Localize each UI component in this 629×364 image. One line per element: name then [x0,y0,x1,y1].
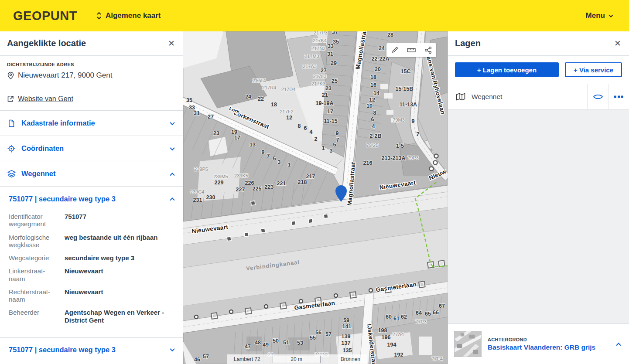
svg-text:64: 64 [416,310,422,316]
scale-bar: 20 m [273,356,321,363]
menu-button[interactable]: Menu [586,11,612,20]
svg-text:229: 229 [215,180,224,186]
svg-text:226: 226 [245,180,254,186]
map-canvas[interactable]: 217P3217K4217N3217M3217A3217L3217K3217T4… [183,31,448,364]
background-layer-row: ACHTERGROND Basiskaart Vlaanderen: GRB g… [448,323,629,364]
measure-tool-button[interactable] [404,43,419,57]
close-icon[interactable]: ✕ [614,39,621,48]
svg-text:49: 49 [263,342,269,348]
svg-text:8: 8 [298,123,301,129]
svg-text:217P3: 217P3 [314,31,328,35]
website-link[interactable]: Website van Gent [0,87,183,111]
layer-more-options-button[interactable] [608,84,629,109]
road-segment-title: 751077 | secundaire weg type 3 [9,195,116,203]
svg-text:48: 48 [255,340,261,346]
svg-text:62: 62 [401,314,407,320]
layer-row-wegennet[interactable]: Wegennet [448,84,629,109]
section-wegennet[interactable]: Wegennet [0,161,183,187]
section-label: Wegennet [21,170,56,178]
svg-text:135: 135 [343,347,352,354]
website-link-label: Website van Gent [18,95,73,103]
svg-text:217F2: 217F2 [280,109,293,114]
layer-name: Wegennet [472,93,502,101]
svg-text:35: 35 [333,39,339,45]
sources-link[interactable]: Bronnen [341,356,360,362]
svg-text:217L3: 217L3 [313,74,327,79]
svg-text:12: 12 [286,115,292,121]
svg-text:225: 225 [253,186,262,192]
svg-text:77E4: 77E4 [431,356,443,361]
svg-text:217K3: 217K3 [311,81,325,86]
share-tool-button[interactable] [420,43,435,57]
draw-icon [391,46,399,54]
svg-text:6: 6 [371,116,374,122]
svg-text:24: 24 [245,94,251,100]
svg-text:19: 19 [231,129,237,135]
road-segment-title: 751077 | secundaire weg type 3 [9,346,116,354]
svg-text:77P3: 77P3 [415,319,427,324]
projection-label: Lambert 72 [234,356,260,362]
layer-visibility-button[interactable] [588,84,608,109]
field-row: Rechterstraat-naam Nieuwevaart [9,288,174,303]
svg-text:217A3: 217A3 [303,64,317,69]
svg-text:5: 5 [333,142,336,148]
add-layers-button[interactable]: + Lagen toevoegen [455,62,559,77]
svg-text:3: 3 [278,159,281,165]
svg-text:7: 7 [336,137,339,143]
svg-text:66: 66 [433,310,439,316]
section-kadastrale-informatie[interactable]: Kadastrale informatie [0,111,183,136]
svg-text:19-19A: 19-19A [316,100,334,106]
grb-basemap: 217P3217K4217N3217M3217A3217L3217K3217T4… [183,31,448,364]
more-options-icon [614,95,624,98]
background-layer-link[interactable]: Basiskaart Vlaanderen: GRB grijs [488,344,595,351]
svg-text:56: 56 [315,330,321,336]
app-header: GEOPUNT Algemene kaart Menu [0,0,629,31]
geopunt-logo[interactable]: GEOPUNT [13,9,77,23]
svg-text:59: 59 [343,317,349,323]
field-row: Morfologische wegklasse weg bestaande ui… [9,234,174,249]
field-row: Beheerder Agentschap Wegen en Verkeer - … [9,309,174,324]
svg-text:47: 47 [245,344,251,350]
svg-text:35: 35 [186,97,192,103]
svg-text:239C4: 239C4 [190,189,204,194]
svg-text:18: 18 [271,102,277,108]
close-icon[interactable]: ✕ [168,39,175,48]
background-thumbnail[interactable] [454,331,482,357]
svg-text:57: 57 [325,331,332,337]
svg-text:18: 18 [370,74,376,80]
chevron-down-icon [170,347,174,351]
chevron-down-icon [170,120,174,125]
svg-text:4: 4 [372,123,375,129]
svg-text:13: 13 [250,142,256,148]
road-segment-header[interactable]: 751077 | secundaire weg type 3 [0,187,183,211]
svg-text:16: 16 [370,82,376,88]
svg-text:33: 33 [328,43,334,49]
svg-text:67: 67 [439,303,445,309]
section-label: Kadastrale informatie [21,119,95,127]
via-service-button[interactable]: + Via service [565,62,622,77]
map-switcher[interactable]: Algemene kaart [96,11,161,20]
svg-text:239M5: 239M5 [213,174,228,179]
map-attribution-bar: Lambert 72 20 m Bronnen [227,354,367,364]
svg-text:3: 3 [330,148,333,154]
svg-text:51: 51 [283,340,289,346]
map-icon [456,93,465,101]
chevron-up-icon [170,173,174,177]
svg-text:227: 227 [236,187,245,193]
sort-updown-icon [96,12,102,20]
nearest-address-block: DICHTSTBIJZIJNDE ADRES Nieuwevaart 217, … [0,56,183,87]
svg-text:20: 20 [375,66,381,72]
svg-text:217T4: 217T4 [252,78,266,83]
road-segment-header-collapsed[interactable]: 751077 | secundaire weg type 3 [0,337,183,362]
svg-text:1-5: 1-5 [396,143,404,149]
svg-text:14: 14 [373,90,379,96]
draw-tool-button[interactable] [387,43,402,57]
svg-text:217D4: 217D4 [281,87,295,92]
svg-text:2: 2 [314,136,318,142]
svg-text:37: 37 [332,31,338,35]
svg-text:79M3: 79M3 [393,117,405,122]
section-coordinaten[interactable]: Coördinaten [0,136,183,161]
svg-text:11-15: 11-15 [324,118,337,124]
svg-text:28: 28 [387,32,393,38]
field-row: Wegcategorie secundaire weg type 3 [9,254,174,262]
